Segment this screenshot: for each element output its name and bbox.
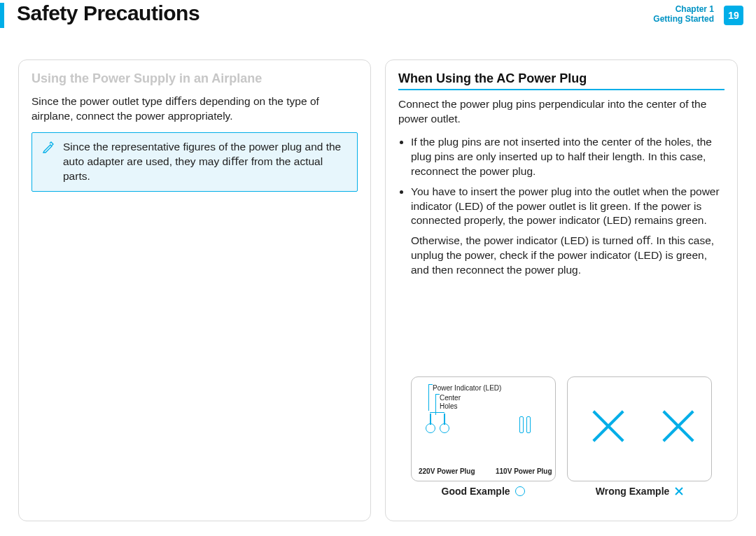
wrong-example-wrap: Wrong Example [567, 376, 712, 497]
good-mark-icon [515, 486, 525, 496]
led-label: Power Indicator (LED) [433, 384, 501, 392]
page-number-badge: 19 [724, 6, 743, 25]
plug-220v-icon [423, 412, 454, 433]
plug-110v-label: 110V Power Plug [496, 467, 552, 475]
diagram-row: Power Indicator (LED) Center Holes [411, 376, 712, 497]
x-mark-icon [657, 405, 699, 447]
x-mark-icon [587, 405, 629, 447]
page: Safety Precautions Chapter 1 Getting Sta… [0, 0, 756, 536]
note-icon [42, 141, 55, 158]
note-box: Since the representative ﬁgures of the p… [31, 132, 358, 192]
led-leader-line [428, 384, 429, 411]
bullet-1: If the plug pins are not inserted into t… [411, 135, 724, 179]
right-bullets: If the plug pins are not inserted into t… [398, 135, 724, 229]
content-columns: Using the Power Supply in an Airplane Si… [0, 38, 756, 535]
right-column: When Using the AC Power Plug Connect the… [385, 59, 738, 521]
chapter-line1: Chapter 1 [653, 4, 714, 14]
wrong-mark-icon [675, 487, 683, 495]
right-intro: Connect the power plug pins perpendicula… [398, 97, 724, 127]
center-label: Center [440, 394, 461, 402]
bullet-2: You have to insert the power plug into t… [411, 185, 724, 229]
header: Safety Precautions Chapter 1 Getting Sta… [0, 0, 756, 38]
plug-110v-icon [517, 409, 538, 433]
plug-220v-label: 220V Power Plug [419, 467, 475, 475]
wrong-example-caption-text: Wrong Example [596, 486, 670, 497]
right-heading: When Using the AC Power Plug [398, 71, 724, 86]
left-column: Using the Power Supply in an Airplane Si… [18, 59, 371, 521]
page-title: Safety Precautions [17, 1, 200, 25]
good-example-caption: Good Example [411, 486, 556, 497]
header-accent [0, 3, 4, 28]
heading-underline [398, 89, 724, 90]
good-example-box: Power Indicator (LED) Center Holes [411, 376, 556, 481]
left-heading: Using the Power Supply in an Airplane [31, 71, 358, 86]
left-intro: Since the power outlet type diﬀers depen… [31, 94, 358, 124]
good-example-caption-text: Good Example [442, 486, 510, 497]
right-para-after: Otherwise, the power indicator (LED) is … [411, 234, 724, 278]
chapter-label: Chapter 1 Getting Started [653, 4, 714, 24]
good-example-wrap: Power Indicator (LED) Center Holes [411, 376, 556, 497]
note-text: Since the representative ﬁgures of the p… [63, 141, 341, 182]
wrong-example-box [567, 376, 712, 481]
wrong-example-caption: Wrong Example [567, 486, 712, 497]
holes-label: Holes [440, 402, 458, 410]
chapter-line2: Getting Started [653, 14, 714, 24]
